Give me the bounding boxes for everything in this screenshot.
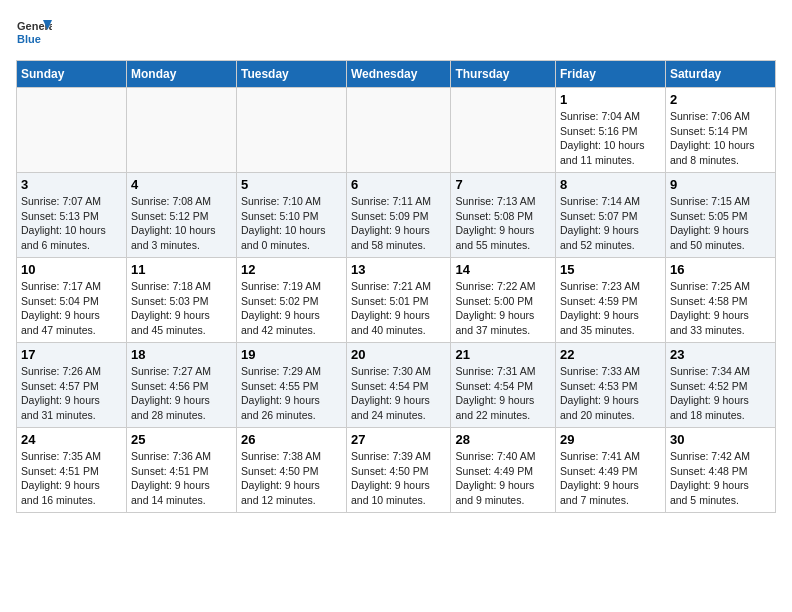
calendar-cell: 15Sunrise: 7:23 AMSunset: 4:59 PMDayligh… bbox=[555, 258, 665, 343]
day-info: Sunrise: 7:11 AMSunset: 5:09 PMDaylight:… bbox=[351, 194, 447, 253]
calendar-cell: 3Sunrise: 7:07 AMSunset: 5:13 PMDaylight… bbox=[17, 173, 127, 258]
day-info: Sunrise: 7:30 AMSunset: 4:54 PMDaylight:… bbox=[351, 364, 447, 423]
day-info: Sunrise: 7:38 AMSunset: 4:50 PMDaylight:… bbox=[241, 449, 342, 508]
day-number: 13 bbox=[351, 262, 447, 277]
day-number: 30 bbox=[670, 432, 771, 447]
calendar-week-row: 24Sunrise: 7:35 AMSunset: 4:51 PMDayligh… bbox=[17, 428, 776, 513]
calendar-cell bbox=[17, 88, 127, 173]
weekday-header: Tuesday bbox=[236, 61, 346, 88]
day-number: 1 bbox=[560, 92, 661, 107]
day-number: 10 bbox=[21, 262, 122, 277]
weekday-header: Wednesday bbox=[346, 61, 451, 88]
day-number: 6 bbox=[351, 177, 447, 192]
day-number: 9 bbox=[670, 177, 771, 192]
calendar-cell: 26Sunrise: 7:38 AMSunset: 4:50 PMDayligh… bbox=[236, 428, 346, 513]
day-info: Sunrise: 7:04 AMSunset: 5:16 PMDaylight:… bbox=[560, 109, 661, 168]
page-header: General Blue bbox=[16, 16, 776, 52]
day-info: Sunrise: 7:42 AMSunset: 4:48 PMDaylight:… bbox=[670, 449, 771, 508]
day-number: 17 bbox=[21, 347, 122, 362]
day-number: 20 bbox=[351, 347, 447, 362]
calendar-cell: 13Sunrise: 7:21 AMSunset: 5:01 PMDayligh… bbox=[346, 258, 451, 343]
logo: General Blue bbox=[16, 16, 52, 52]
day-number: 15 bbox=[560, 262, 661, 277]
day-info: Sunrise: 7:08 AMSunset: 5:12 PMDaylight:… bbox=[131, 194, 232, 253]
calendar-week-row: 10Sunrise: 7:17 AMSunset: 5:04 PMDayligh… bbox=[17, 258, 776, 343]
day-number: 22 bbox=[560, 347, 661, 362]
calendar-cell: 28Sunrise: 7:40 AMSunset: 4:49 PMDayligh… bbox=[451, 428, 556, 513]
calendar-cell: 1Sunrise: 7:04 AMSunset: 5:16 PMDaylight… bbox=[555, 88, 665, 173]
calendar-cell: 16Sunrise: 7:25 AMSunset: 4:58 PMDayligh… bbox=[665, 258, 775, 343]
calendar-cell: 22Sunrise: 7:33 AMSunset: 4:53 PMDayligh… bbox=[555, 343, 665, 428]
calendar-cell: 18Sunrise: 7:27 AMSunset: 4:56 PMDayligh… bbox=[126, 343, 236, 428]
calendar-cell: 8Sunrise: 7:14 AMSunset: 5:07 PMDaylight… bbox=[555, 173, 665, 258]
day-number: 27 bbox=[351, 432, 447, 447]
day-info: Sunrise: 7:14 AMSunset: 5:07 PMDaylight:… bbox=[560, 194, 661, 253]
day-info: Sunrise: 7:15 AMSunset: 5:05 PMDaylight:… bbox=[670, 194, 771, 253]
day-number: 2 bbox=[670, 92, 771, 107]
day-info: Sunrise: 7:29 AMSunset: 4:55 PMDaylight:… bbox=[241, 364, 342, 423]
day-info: Sunrise: 7:34 AMSunset: 4:52 PMDaylight:… bbox=[670, 364, 771, 423]
calendar-cell bbox=[126, 88, 236, 173]
calendar-cell: 5Sunrise: 7:10 AMSunset: 5:10 PMDaylight… bbox=[236, 173, 346, 258]
calendar-week-row: 17Sunrise: 7:26 AMSunset: 4:57 PMDayligh… bbox=[17, 343, 776, 428]
day-info: Sunrise: 7:07 AMSunset: 5:13 PMDaylight:… bbox=[21, 194, 122, 253]
calendar-cell: 14Sunrise: 7:22 AMSunset: 5:00 PMDayligh… bbox=[451, 258, 556, 343]
day-number: 12 bbox=[241, 262, 342, 277]
day-info: Sunrise: 7:21 AMSunset: 5:01 PMDaylight:… bbox=[351, 279, 447, 338]
calendar-week-row: 3Sunrise: 7:07 AMSunset: 5:13 PMDaylight… bbox=[17, 173, 776, 258]
calendar-cell: 19Sunrise: 7:29 AMSunset: 4:55 PMDayligh… bbox=[236, 343, 346, 428]
weekday-header: Friday bbox=[555, 61, 665, 88]
calendar-cell: 12Sunrise: 7:19 AMSunset: 5:02 PMDayligh… bbox=[236, 258, 346, 343]
day-number: 19 bbox=[241, 347, 342, 362]
day-number: 24 bbox=[21, 432, 122, 447]
day-info: Sunrise: 7:17 AMSunset: 5:04 PMDaylight:… bbox=[21, 279, 122, 338]
day-number: 18 bbox=[131, 347, 232, 362]
calendar-cell: 4Sunrise: 7:08 AMSunset: 5:12 PMDaylight… bbox=[126, 173, 236, 258]
day-info: Sunrise: 7:23 AMSunset: 4:59 PMDaylight:… bbox=[560, 279, 661, 338]
calendar-cell bbox=[451, 88, 556, 173]
calendar-cell: 6Sunrise: 7:11 AMSunset: 5:09 PMDaylight… bbox=[346, 173, 451, 258]
calendar-cell: 17Sunrise: 7:26 AMSunset: 4:57 PMDayligh… bbox=[17, 343, 127, 428]
calendar-cell bbox=[236, 88, 346, 173]
day-info: Sunrise: 7:33 AMSunset: 4:53 PMDaylight:… bbox=[560, 364, 661, 423]
calendar-cell: 9Sunrise: 7:15 AMSunset: 5:05 PMDaylight… bbox=[665, 173, 775, 258]
day-number: 3 bbox=[21, 177, 122, 192]
day-info: Sunrise: 7:13 AMSunset: 5:08 PMDaylight:… bbox=[455, 194, 551, 253]
day-number: 25 bbox=[131, 432, 232, 447]
logo-svg: General Blue bbox=[16, 16, 52, 52]
day-info: Sunrise: 7:19 AMSunset: 5:02 PMDaylight:… bbox=[241, 279, 342, 338]
calendar-cell: 2Sunrise: 7:06 AMSunset: 5:14 PMDaylight… bbox=[665, 88, 775, 173]
day-info: Sunrise: 7:22 AMSunset: 5:00 PMDaylight:… bbox=[455, 279, 551, 338]
day-info: Sunrise: 7:27 AMSunset: 4:56 PMDaylight:… bbox=[131, 364, 232, 423]
day-info: Sunrise: 7:40 AMSunset: 4:49 PMDaylight:… bbox=[455, 449, 551, 508]
day-info: Sunrise: 7:26 AMSunset: 4:57 PMDaylight:… bbox=[21, 364, 122, 423]
calendar-cell bbox=[346, 88, 451, 173]
weekday-header: Monday bbox=[126, 61, 236, 88]
calendar-table: SundayMondayTuesdayWednesdayThursdayFrid… bbox=[16, 60, 776, 513]
calendar-cell: 20Sunrise: 7:30 AMSunset: 4:54 PMDayligh… bbox=[346, 343, 451, 428]
weekday-header: Thursday bbox=[451, 61, 556, 88]
day-number: 23 bbox=[670, 347, 771, 362]
svg-text:Blue: Blue bbox=[17, 33, 41, 45]
day-number: 14 bbox=[455, 262, 551, 277]
day-info: Sunrise: 7:39 AMSunset: 4:50 PMDaylight:… bbox=[351, 449, 447, 508]
calendar-cell: 21Sunrise: 7:31 AMSunset: 4:54 PMDayligh… bbox=[451, 343, 556, 428]
calendar-cell: 25Sunrise: 7:36 AMSunset: 4:51 PMDayligh… bbox=[126, 428, 236, 513]
calendar-cell: 27Sunrise: 7:39 AMSunset: 4:50 PMDayligh… bbox=[346, 428, 451, 513]
weekday-header: Saturday bbox=[665, 61, 775, 88]
day-info: Sunrise: 7:31 AMSunset: 4:54 PMDaylight:… bbox=[455, 364, 551, 423]
calendar-cell: 11Sunrise: 7:18 AMSunset: 5:03 PMDayligh… bbox=[126, 258, 236, 343]
day-info: Sunrise: 7:10 AMSunset: 5:10 PMDaylight:… bbox=[241, 194, 342, 253]
day-number: 4 bbox=[131, 177, 232, 192]
day-number: 7 bbox=[455, 177, 551, 192]
day-number: 16 bbox=[670, 262, 771, 277]
day-number: 8 bbox=[560, 177, 661, 192]
day-info: Sunrise: 7:41 AMSunset: 4:49 PMDaylight:… bbox=[560, 449, 661, 508]
day-number: 11 bbox=[131, 262, 232, 277]
day-info: Sunrise: 7:06 AMSunset: 5:14 PMDaylight:… bbox=[670, 109, 771, 168]
calendar-cell: 10Sunrise: 7:17 AMSunset: 5:04 PMDayligh… bbox=[17, 258, 127, 343]
calendar-cell: 29Sunrise: 7:41 AMSunset: 4:49 PMDayligh… bbox=[555, 428, 665, 513]
day-info: Sunrise: 7:18 AMSunset: 5:03 PMDaylight:… bbox=[131, 279, 232, 338]
day-number: 5 bbox=[241, 177, 342, 192]
calendar-cell: 30Sunrise: 7:42 AMSunset: 4:48 PMDayligh… bbox=[665, 428, 775, 513]
